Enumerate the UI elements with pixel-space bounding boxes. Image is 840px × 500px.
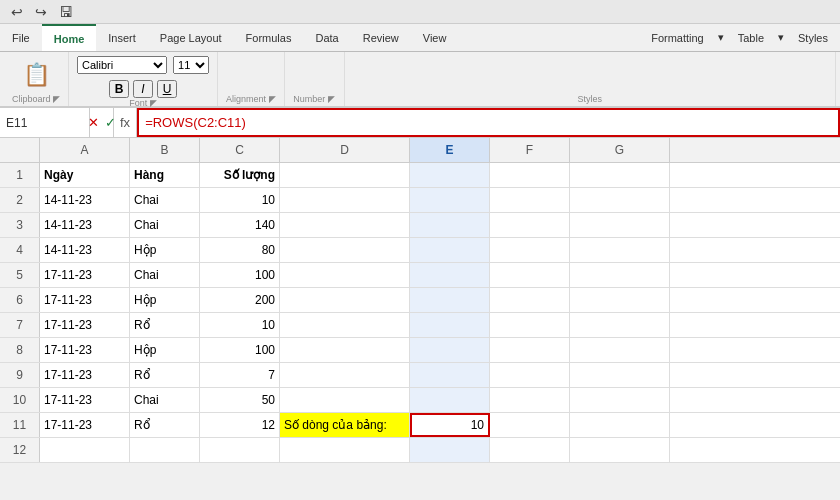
cell-c12[interactable] [200,438,280,462]
cell-d9[interactable] [280,363,410,387]
cell-c11[interactable]: 12 [200,413,280,437]
cell-b7[interactable]: Rổ [130,313,200,337]
col-header-b[interactable]: B [130,138,200,162]
cell-c2[interactable]: 10 [200,188,280,212]
tab-table[interactable]: Table [726,24,776,51]
cell-d1[interactable] [280,163,410,187]
cell-d5[interactable] [280,263,410,287]
col-header-c[interactable]: C [200,138,280,162]
cell-g6[interactable] [570,288,670,312]
cell-e11[interactable]: 10 [410,413,490,437]
cell-d10[interactable] [280,388,410,412]
cell-g7[interactable] [570,313,670,337]
tab-insert[interactable]: Insert [96,24,148,51]
tab-home[interactable]: Home [42,24,97,51]
cell-a3[interactable]: 14-11-23 [40,213,130,237]
save-btn[interactable]: 🖫 [56,3,76,21]
cell-b10[interactable]: Chai [130,388,200,412]
cell-d12[interactable] [280,438,410,462]
cell-d4[interactable] [280,238,410,262]
cell-a2[interactable]: 14-11-23 [40,188,130,212]
formatting-dropdown-icon[interactable]: ▾ [716,24,726,51]
cell-d7[interactable] [280,313,410,337]
col-header-g[interactable]: G [570,138,670,162]
cell-f5[interactable] [490,263,570,287]
font-size-select[interactable]: 11 [173,56,209,74]
cell-e7[interactable] [410,313,490,337]
cell-c10[interactable]: 50 [200,388,280,412]
cell-e5[interactable] [410,263,490,287]
cell-g4[interactable] [570,238,670,262]
tab-formatting[interactable]: Formatting [639,24,716,51]
cell-e9[interactable] [410,363,490,387]
fx-icon[interactable]: fx [114,108,137,137]
cell-f3[interactable] [490,213,570,237]
cell-a11[interactable]: 17-11-23 [40,413,130,437]
cell-g1[interactable] [570,163,670,187]
cell-f10[interactable] [490,388,570,412]
cell-b4[interactable]: Hộp [130,238,200,262]
cell-e6[interactable] [410,288,490,312]
cell-d11[interactable]: Số dòng của bảng: [280,413,410,437]
cell-f12[interactable] [490,438,570,462]
tab-page-layout[interactable]: Page Layout [148,24,234,51]
cell-c3[interactable]: 140 [200,213,280,237]
cell-a4[interactable]: 14-11-23 [40,238,130,262]
col-header-d[interactable]: D [280,138,410,162]
cell-c6[interactable]: 200 [200,288,280,312]
cell-b5[interactable]: Chai [130,263,200,287]
cell-g11[interactable] [570,413,670,437]
cell-c5[interactable]: 100 [200,263,280,287]
tab-file[interactable]: File [0,24,42,51]
cell-b3[interactable]: Chai [130,213,200,237]
col-header-f[interactable]: F [490,138,570,162]
cell-b11[interactable]: Rổ [130,413,200,437]
cell-g12[interactable] [570,438,670,462]
cell-f11[interactable] [490,413,570,437]
cell-g3[interactable] [570,213,670,237]
cell-d6[interactable] [280,288,410,312]
cell-d2[interactable] [280,188,410,212]
tab-review[interactable]: Review [351,24,411,51]
cell-e1[interactable] [410,163,490,187]
cell-g8[interactable] [570,338,670,362]
tab-styles[interactable]: Styles [786,24,840,51]
cell-c8[interactable]: 100 [200,338,280,362]
cell-g9[interactable] [570,363,670,387]
cell-e8[interactable] [410,338,490,362]
cell-g10[interactable] [570,388,670,412]
bold-btn[interactable]: B [109,80,129,98]
cell-c9[interactable]: 7 [200,363,280,387]
formula-input[interactable] [137,108,840,137]
cell-a8[interactable]: 17-11-23 [40,338,130,362]
cell-f6[interactable] [490,288,570,312]
cell-d3[interactable] [280,213,410,237]
cell-f7[interactable] [490,313,570,337]
cancel-formula-btn[interactable]: ✕ [86,114,101,131]
cell-a9[interactable]: 17-11-23 [40,363,130,387]
cell-f9[interactable] [490,363,570,387]
table-dropdown-icon[interactable]: ▾ [776,24,786,51]
tab-formulas[interactable]: Formulas [234,24,304,51]
cell-b8[interactable]: Hộp [130,338,200,362]
cell-c1[interactable]: Số lượng [200,163,280,187]
cell-e4[interactable] [410,238,490,262]
cell-a12[interactable] [40,438,130,462]
cell-a6[interactable]: 17-11-23 [40,288,130,312]
name-box[interactable]: E11 [0,108,90,137]
cell-g5[interactable] [570,263,670,287]
col-header-a[interactable]: A [40,138,130,162]
font-family-select[interactable]: Calibri [77,56,167,74]
cell-e10[interactable] [410,388,490,412]
cell-b2[interactable]: Chai [130,188,200,212]
cell-f8[interactable] [490,338,570,362]
col-header-e[interactable]: E [410,138,490,162]
cell-a7[interactable]: 17-11-23 [40,313,130,337]
cell-c4[interactable]: 80 [200,238,280,262]
cell-f4[interactable] [490,238,570,262]
cell-a10[interactable]: 17-11-23 [40,388,130,412]
tab-view[interactable]: View [411,24,459,51]
cell-d8[interactable] [280,338,410,362]
cell-b1[interactable]: Hàng [130,163,200,187]
cell-f2[interactable] [490,188,570,212]
